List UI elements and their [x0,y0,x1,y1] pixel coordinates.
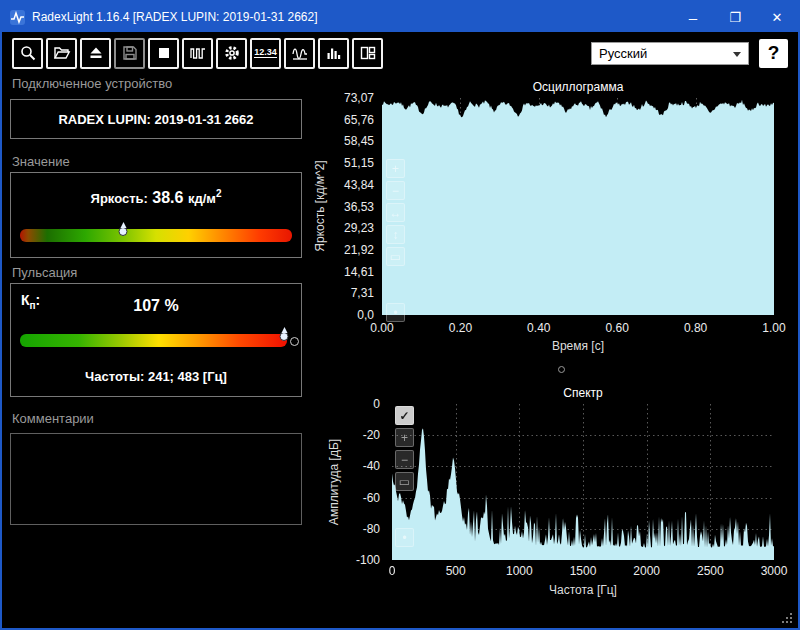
close-icon: ✕ [772,10,783,25]
pulsation-scale-bar [20,334,287,347]
brightness-value: 38.6 [152,189,183,206]
oscillogram-x-ticks: 0.000.200.400.600.801.00 [382,321,774,335]
tick-label: 29,23 [344,221,374,235]
search-icon [19,44,37,62]
spectrum-view-button[interactable] [318,38,349,69]
tick-label: 51,15 [344,156,374,170]
tick-label: 36,53 [344,200,374,214]
settings-icon [223,44,241,62]
pulsation-bar-end-dot [290,337,299,346]
brightness-label: Яркость: [91,191,148,206]
spectrum-plot[interactable] [392,404,774,560]
layout-button[interactable] [352,38,383,69]
chart-tool-minus-button[interactable]: − [386,181,405,200]
help-button[interactable]: ? [759,39,788,68]
spectrum-y-ticks: 0-20-40-60-80-100 [336,404,384,560]
chart-tool-minus-button[interactable]: − [395,450,414,469]
spectrum-x-axis-label: Частота [Гц] [392,583,774,597]
language-select[interactable]: Русский [591,42,749,65]
tick-label: -20 [363,428,380,442]
open-button[interactable] [46,38,77,69]
chart-tool-dot-button[interactable]: • [386,303,405,322]
stop-icon [155,44,173,62]
tick-label: 58,45 [344,134,374,148]
oscillogram-view-button[interactable] [284,38,315,69]
chart-separator-dot [558,366,565,373]
tick-label: 2000 [633,564,660,578]
pulse-icon [189,44,207,62]
tick-label: 2500 [697,564,724,578]
chart-tool-checkbox-checked-button[interactable]: ✓ [395,406,414,425]
comments-box [10,433,302,525]
resize-grip[interactable] [780,611,792,623]
eject-icon [87,44,105,62]
app-window: RadexLight 1.16.4 [RADEX LUPIN: 2019-01-… [0,0,800,630]
language-select-value: Русский [599,46,647,61]
tick-label: 0,0 [357,308,374,322]
settings-button[interactable] [216,38,247,69]
help-icon: ? [768,42,780,64]
tick-label: 14,61 [344,265,374,279]
tick-label: 1.00 [762,321,785,335]
pulsation-marker-droplet [280,332,289,341]
search-button[interactable] [12,38,43,69]
tick-label: 0.60 [606,321,629,335]
window-controls: – ❐ ✕ [672,2,798,32]
tick-label: 500 [446,564,466,578]
open-icon [53,44,71,62]
brightness-marker-droplet [119,227,128,236]
tick-label: 0.80 [684,321,707,335]
maximize-button[interactable]: ❐ [714,2,756,32]
spectrum-title: Спектр [392,386,774,400]
chart-tool-arrows-v-button[interactable]: ↕ [386,225,405,244]
brightness-unit-exponent: 2 [216,188,222,199]
save-button[interactable] [114,38,145,69]
tick-label: 0.40 [527,321,550,335]
value-display-button[interactable]: 12.34 [250,38,281,69]
device-name: RADEX LUPIN: 2019-01-31 2662 [58,112,253,127]
window-title: RadexLight 1.16.4 [RADEX LUPIN: 2019-01-… [32,10,318,24]
minimize-icon: – [689,9,697,26]
spectrum-x-ticks: 050010001500200025003000 [392,564,774,578]
tick-label: 7,31 [351,286,374,300]
connected-device-heading: Подключенное устройство [12,76,172,91]
tick-label: 73,07 [344,91,374,105]
tick-label: -100 [356,553,380,567]
tick-label: 43,84 [344,178,374,192]
pulse-button[interactable] [182,38,213,69]
value-heading: Значение [12,154,70,169]
stop-button[interactable] [148,38,179,69]
titlebar: RadexLight 1.16.4 [RADEX LUPIN: 2019-01-… [2,2,798,32]
layout-icon [359,44,377,62]
close-button[interactable]: ✕ [756,2,798,32]
tick-label: 0.00 [370,321,393,335]
chart-tool-plus-button[interactable]: + [386,159,405,178]
save-icon [121,44,139,62]
chart-tool-dot-button[interactable]: • [395,528,414,547]
oscillogram-tool-overlay: +−↔↕▭• [386,159,405,322]
chart-tool-arrows-h-button[interactable]: ↔ [386,203,405,222]
chart-tool-plus-button[interactable]: + [395,428,414,447]
tick-label: 0 [373,397,380,411]
chart-tool-rect-button[interactable]: ▭ [395,472,414,491]
oscillogram-title: Осциллограмма [382,80,774,94]
value-display-icon: 12.34 [254,48,277,59]
toolbar: 12.34 Русский ? [2,34,798,72]
oscillogram-plot[interactable] [382,98,774,315]
brightness-unit: кд/м [188,191,216,206]
oscillogram-view-icon [291,44,309,62]
spectrum-view-icon [325,44,343,62]
value-box: Яркость: 38.6 кд/м2 [10,172,302,258]
minimize-button[interactable]: – [672,2,714,32]
brightness-readout: Яркость: 38.6 кд/м2 [11,188,301,207]
chevron-down-icon [733,52,741,57]
comments-input[interactable] [11,434,301,524]
pulsation-heading: Пульсация [12,265,77,280]
chart-tool-rect-button[interactable]: ▭ [386,247,405,266]
tick-label: 3000 [761,564,788,578]
eject-button[interactable] [80,38,111,69]
tick-label: 65,76 [344,113,374,127]
tick-label: 0 [389,564,396,578]
app-icon [10,10,25,25]
toolbar-buttons: 12.34 [12,38,383,69]
